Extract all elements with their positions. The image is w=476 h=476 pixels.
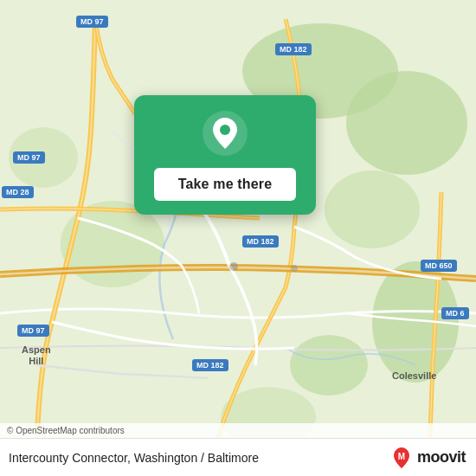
place-label-colesville: Colesville bbox=[392, 370, 436, 381]
moovit-logo: M moovit bbox=[389, 446, 466, 470]
road-badge-md97-mid: MD 97 bbox=[13, 151, 45, 164]
location-pin-icon bbox=[203, 111, 248, 156]
road-badge-md650: MD 650 bbox=[421, 260, 457, 272]
map-svg bbox=[0, 0, 476, 476]
road-badge-md182-bot: MD 182 bbox=[192, 359, 228, 371]
road-badge-md28: MD 28 bbox=[2, 186, 34, 198]
road-badge-md6: MD 6 bbox=[441, 307, 469, 319]
svg-point-1 bbox=[346, 71, 467, 175]
map-attribution: © OpenStreetMap contributors bbox=[0, 423, 476, 438]
moovit-text: moovit bbox=[417, 448, 466, 466]
svg-text:M: M bbox=[398, 452, 405, 461]
svg-point-12 bbox=[220, 125, 230, 135]
road-badge-md182-mid: MD 182 bbox=[242, 235, 279, 248]
road-badge-md97-bot: MD 97 bbox=[17, 325, 49, 337]
moovit-icon: M bbox=[389, 446, 414, 470]
place-label-aspen-hill: AspenHill bbox=[22, 344, 51, 367]
take-me-there-button[interactable]: Take me there bbox=[154, 168, 297, 201]
road-badge-md182-top: MD 182 bbox=[275, 43, 312, 55]
svg-point-2 bbox=[325, 170, 420, 248]
svg-point-7 bbox=[290, 335, 368, 396]
popup-card: Take me there bbox=[134, 95, 316, 215]
svg-point-10 bbox=[291, 265, 298, 272]
svg-point-9 bbox=[229, 262, 238, 271]
bottom-bar: Intercounty Connector, Washington / Balt… bbox=[0, 438, 476, 476]
road-badge-md97-top: MD 97 bbox=[76, 16, 108, 28]
map-container: MD 97 MD 97 MD 97 MD 28 MD 182 MD 182 MD… bbox=[0, 0, 476, 476]
location-title: Intercounty Connector, Washington / Balt… bbox=[9, 451, 389, 465]
